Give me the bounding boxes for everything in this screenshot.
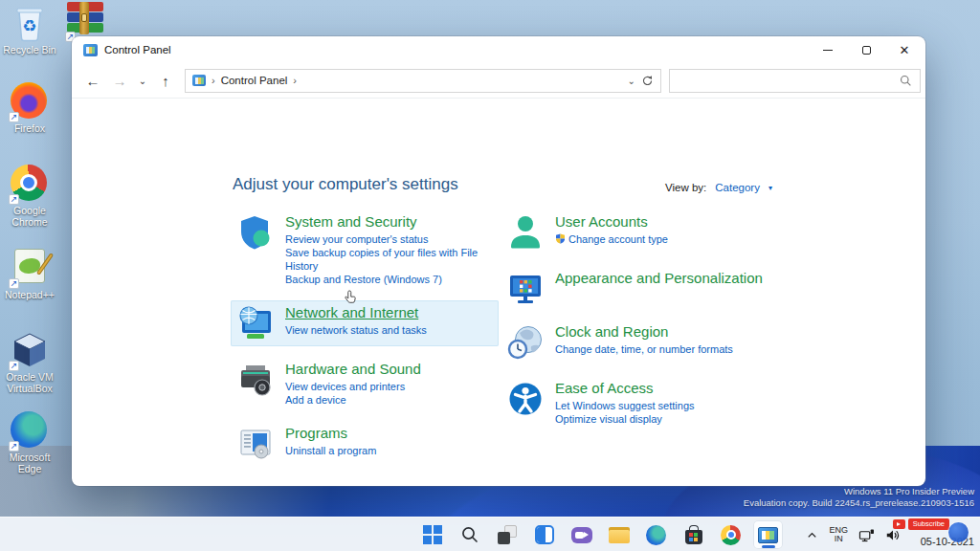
chat-icon (571, 527, 592, 543)
control-panel-window: Control Panel ✕ ← → ⌄ ↑ › Control Panel … (72, 36, 925, 486)
address-bar[interactable]: › Control Panel › ⌄ (185, 69, 661, 93)
desktop-icon-google-chrome[interactable]: ↗ Google Chrome (0, 165, 60, 228)
category-clock-and-region[interactable]: Clock and Region Change date, time, or n… (501, 320, 788, 365)
taskbar: ENG IN 05-10-2021 (0, 517, 980, 551)
category-link[interactable]: Optimize visual display (555, 412, 695, 426)
category-user-accounts[interactable]: User Accounts (501, 209, 788, 255)
category-link[interactable]: Let Windows suggest settings (555, 399, 695, 412)
category-link[interactable]: Review your computer's status (285, 232, 493, 246)
chevron-down-icon: ⌄ (139, 76, 146, 86)
category-network-and-internet[interactable]: Network and Internet View network status… (231, 300, 499, 346)
store-button[interactable] (679, 520, 708, 549)
build-watermark: Windows 11 Pro Insider Preview Evaluatio… (744, 486, 974, 509)
subscribe-watermark: Subscribe (893, 518, 949, 530)
language-line2: IN (829, 535, 848, 544)
shortcut-arrow-icon: ↗ (9, 194, 19, 205)
refresh-icon[interactable] (641, 75, 654, 87)
chrome-icon (721, 525, 741, 545)
system-security-shield-icon (236, 213, 275, 252)
search-input[interactable] (669, 69, 921, 93)
category-link[interactable]: Save backup copies of your files with Fi… (285, 246, 493, 273)
chevron-down-icon[interactable]: ▾ (768, 184, 772, 192)
chat-button[interactable] (567, 520, 596, 549)
category-title[interactable]: Appearance and Personalization (555, 270, 763, 286)
view-by-control: View by: Category ▾ (665, 182, 772, 193)
view-by-dropdown[interactable]: Category (715, 182, 760, 193)
desktop-icon-notepad-plus-plus[interactable]: ↗ Notepad++ (0, 249, 60, 300)
desktop-icon-label: Oracle VM VirtualBox (0, 371, 60, 394)
category-link[interactable]: Change date, time, or number formats (555, 342, 733, 356)
maximize-button[interactable] (847, 36, 885, 63)
start-icon (423, 525, 442, 544)
forward-arrow-icon: → (113, 73, 127, 89)
navigation-toolbar: ← → ⌄ ↑ › Control Panel › ⌄ (72, 63, 925, 99)
category-title[interactable]: Programs (285, 425, 376, 441)
network-internet-icon (236, 304, 275, 342)
desktop-icon-label: Google Chrome (0, 205, 60, 228)
category-title[interactable]: Hardware and Sound (285, 361, 421, 377)
maximize-icon (862, 46, 871, 55)
desktop-icon-microsoft-edge[interactable]: ↗ Microsoft Edge (0, 411, 60, 474)
tray-chevron-up-icon[interactable] (806, 529, 818, 541)
desktop-icon-label: Recycle Bin (0, 44, 60, 55)
appearance-icon (506, 270, 545, 308)
category-title[interactable]: Clock and Region (555, 323, 733, 340)
back-arrow-icon: ← (86, 73, 100, 89)
category-hardware-and-sound[interactable]: Hardware and Sound View devices and prin… (231, 357, 499, 410)
chrome-button[interactable] (716, 520, 746, 549)
title-bar[interactable]: Control Panel ✕ (72, 36, 925, 63)
category-link[interactable]: Backup and Restore (Windows 7) (285, 273, 493, 286)
uac-shield-icon (555, 233, 566, 244)
category-title[interactable]: Ease of Access (555, 380, 695, 396)
printer-sound-icon (236, 361, 275, 399)
control-panel-taskbar-button[interactable] (753, 520, 783, 549)
task-view-button[interactable] (492, 520, 522, 549)
category-link[interactable]: Change account type (555, 232, 668, 246)
category-link[interactable]: View network status and tasks (285, 323, 427, 337)
search-icon (460, 525, 479, 544)
taskbar-search-button[interactable] (455, 520, 484, 549)
file-explorer-button[interactable] (604, 520, 634, 549)
back-button[interactable]: ← (79, 68, 106, 93)
language-indicator[interactable]: ENG IN (829, 526, 848, 544)
breadcrumb-control-panel[interactable]: Control Panel (221, 75, 288, 86)
category-link[interactable]: Add a device (285, 393, 421, 407)
mouse-cursor-icon (342, 290, 359, 307)
window-title: Control Panel (104, 44, 171, 55)
category-programs[interactable]: Programs Uninstall a program (231, 421, 499, 467)
category-title[interactable]: System and Security (285, 213, 493, 230)
start-button[interactable] (417, 520, 447, 549)
watermark-line2: Evaluation copy. Build 22454.rs_prerelea… (744, 497, 974, 509)
shortcut-arrow-icon: ↗ (9, 112, 19, 122)
category-link[interactable]: View devices and printers (285, 380, 421, 393)
desktop-icon-label: Microsoft Edge (0, 452, 60, 474)
view-by-label: View by: (665, 182, 706, 193)
breadcrumb-separator[interactable]: › (293, 75, 297, 86)
minimize-button[interactable] (809, 36, 847, 63)
chrome-icon: ↗ (11, 165, 49, 203)
category-system-and-security[interactable]: System and Security Review your computer… (231, 209, 499, 290)
desktop-icon-firefox[interactable]: ↗ Firefox (0, 82, 60, 134)
desktop-icon-virtualbox[interactable]: ↗ Oracle VM VirtualBox (0, 331, 60, 394)
store-icon (685, 530, 702, 544)
notepad-plus-plus-icon: ↗ (11, 249, 49, 287)
control-panel-icon (758, 527, 778, 543)
address-dropdown-chevron-icon[interactable]: ⌄ (628, 76, 635, 86)
network-icon[interactable] (858, 528, 875, 542)
category-title[interactable]: User Accounts (555, 213, 668, 230)
category-ease-of-access[interactable]: Ease of Access Let Windows suggest setti… (501, 376, 788, 430)
desktop-icon-label: Firefox (0, 122, 60, 134)
category-column-left: System and Security Review your computer… (231, 209, 499, 477)
category-link[interactable]: Uninstall a program (285, 444, 376, 457)
desktop-icon-recycle-bin[interactable]: ♻ Recycle Bin (0, 4, 60, 55)
up-button[interactable]: ↑ (152, 68, 179, 93)
close-button[interactable]: ✕ (885, 36, 924, 63)
taskbar-icons (417, 520, 783, 549)
edge-button[interactable] (641, 520, 671, 549)
category-appearance-personalization[interactable]: Appearance and Personalization (501, 266, 788, 312)
widgets-button[interactable] (529, 520, 559, 549)
forward-button[interactable]: → (106, 68, 133, 93)
search-icon (900, 75, 912, 87)
recent-pages-button[interactable]: ⌄ (133, 68, 152, 93)
desktop-icon-winrar[interactable]: ↗ (56, 2, 117, 40)
